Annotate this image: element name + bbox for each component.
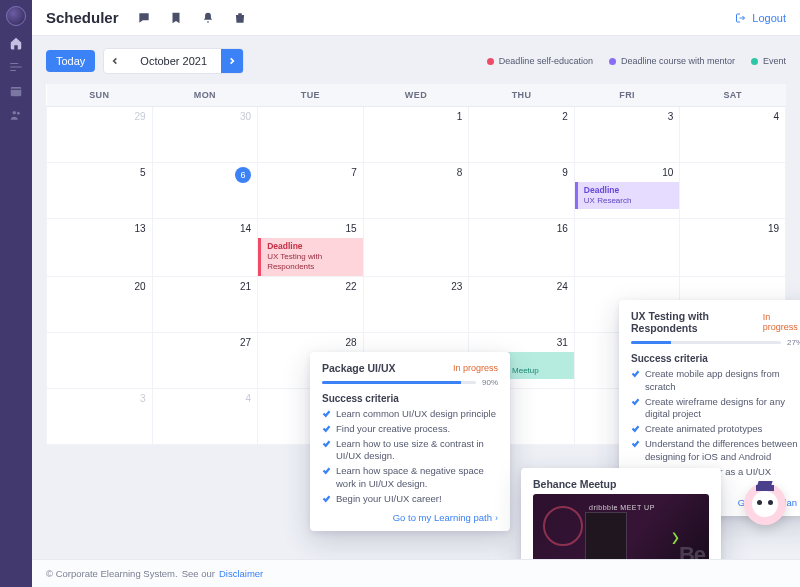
day-number: 3 (668, 111, 674, 122)
criteria-item: Create mobile app designs from scratch (631, 368, 800, 394)
calendar-dayname: TUE (258, 84, 364, 107)
calendar-cell[interactable]: 4 (680, 107, 786, 163)
legend-mentor: Deadline course with mentor (609, 56, 735, 66)
prev-month-button[interactable] (104, 49, 126, 73)
calendar-cell[interactable]: 7 (258, 163, 364, 219)
calendar-cell[interactable]: 13 (47, 219, 153, 277)
calendar-cell[interactable]: 21 (152, 276, 258, 332)
calendar-cell[interactable]: 9 (469, 163, 575, 219)
legend-self-edu: Deadline self-education (487, 56, 593, 66)
calendar-cell[interactable]: 1 (363, 107, 469, 163)
calendar-cell[interactable]: 20 (47, 276, 153, 332)
day-number: 21 (240, 281, 251, 292)
day-number: 28 (346, 337, 357, 348)
calendar-cell[interactable]: 10DeadlineUX Research (574, 163, 680, 219)
subtitle: Success criteria (322, 393, 498, 404)
calendar-cell[interactable]: 2 (469, 107, 575, 163)
bell-icon[interactable] (201, 11, 215, 25)
day-number: 2 (562, 111, 568, 122)
day-number: 10 (662, 167, 673, 178)
day-number: 23 (451, 281, 462, 292)
day-number: 3 (140, 393, 146, 404)
calendar-dayname: SAT (680, 84, 786, 107)
disclaimer-link[interactable]: Disclaimer (219, 568, 263, 579)
calendar-cell[interactable]: 29 (47, 107, 153, 163)
event-chip[interactable]: DeadlineUX Research (575, 182, 680, 209)
day-number: 24 (557, 281, 568, 292)
left-sidebar (0, 0, 32, 587)
help-mascot-button[interactable] (744, 483, 786, 525)
calendar-cell[interactable] (47, 332, 153, 388)
day-number: 31 (557, 337, 568, 348)
day-number: 27 (240, 337, 251, 348)
nav-users-icon[interactable] (9, 108, 23, 122)
criteria-item: Find your creative process. (322, 423, 498, 436)
app-logo (6, 6, 26, 26)
calendar-cell[interactable]: 15DeadlineUX Testing with Respondents (258, 219, 364, 277)
calendar-cell[interactable]: 8 (363, 163, 469, 219)
calendar-cell[interactable]: 6 (152, 163, 258, 219)
day-number: 19 (768, 223, 779, 234)
nav-home-icon[interactable] (9, 36, 23, 50)
day-number: 1 (457, 111, 463, 122)
legend-dot-teal (751, 58, 758, 65)
event-chip[interactable]: DeadlineUX Testing with Respondents (258, 238, 363, 276)
content-area: Today October 2021 Deadline self-educati… (32, 36, 800, 559)
calendar-cell[interactable] (363, 219, 469, 277)
day-number: 9 (562, 167, 568, 178)
svg-rect-0 (11, 87, 22, 96)
day-number: 4 (246, 393, 252, 404)
go-to-learning-path-link[interactable]: Go to my Learning path› (322, 512, 498, 523)
logout-button[interactable]: Logout (735, 12, 786, 24)
svg-point-2 (17, 112, 20, 115)
calendar-dayname: MON (152, 84, 258, 107)
calendar-cell[interactable]: 23 (363, 276, 469, 332)
day-number: 30 (240, 111, 251, 122)
popover-behance: Behance Meetup dribbble MEET UP › Be Go … (521, 468, 721, 559)
event-thumbnail: dribbble MEET UP › Be (533, 494, 709, 559)
popover-package: Package UI/UX In progress 90% Success cr… (310, 352, 510, 531)
status-badge: In progress (453, 363, 498, 373)
criteria-item: Create wireframe designs for any digital… (631, 396, 800, 422)
bookmark-icon[interactable] (169, 11, 183, 25)
calendar-cell[interactable]: 22 (258, 276, 364, 332)
calendar-cell[interactable] (680, 163, 786, 219)
criteria-list: Learn common UI/UX design principleFind … (322, 408, 498, 506)
calendar-cell[interactable]: 5 (47, 163, 153, 219)
day-number: 7 (351, 167, 357, 178)
day-number: 14 (240, 223, 251, 234)
calendar-cell[interactable]: 3 (47, 388, 153, 444)
calendar-cell[interactable]: 19 (680, 219, 786, 277)
nav-calendar-icon[interactable] (9, 84, 23, 98)
day-number: 8 (457, 167, 463, 178)
calendar-cell[interactable]: 30 (152, 107, 258, 163)
page-title: Scheduler (46, 9, 119, 26)
day-number: 6 (235, 167, 251, 183)
month-navigator: October 2021 (103, 48, 244, 74)
svg-point-1 (13, 111, 17, 115)
popover-title: Package UI/UX (322, 362, 396, 374)
legend: Deadline self-education Deadline course … (487, 56, 786, 66)
calendar-cell[interactable] (574, 219, 680, 277)
calendar-cell[interactable] (258, 107, 364, 163)
criteria-item: Begin your UI/UX career! (322, 493, 498, 506)
day-number: 29 (134, 111, 145, 122)
trash-icon[interactable] (233, 11, 247, 25)
popover-title: Behance Meetup (533, 478, 709, 490)
calendar-cell[interactable]: 3 (574, 107, 680, 163)
criteria-item: Learn common UI/UX design principle (322, 408, 498, 421)
legend-dot-purple (609, 58, 616, 65)
calendar-cell[interactable]: 4 (152, 388, 258, 444)
today-button[interactable]: Today (46, 50, 95, 72)
calendar-cell[interactable]: 27 (152, 332, 258, 388)
calendar-dayname: FRI (574, 84, 680, 107)
next-month-button[interactable] (221, 49, 243, 73)
chat-icon[interactable] (137, 11, 151, 25)
calendar-dayname: THU (469, 84, 575, 107)
calendar-cell[interactable]: 16 (469, 219, 575, 277)
calendar-cell[interactable]: 24 (469, 276, 575, 332)
criteria-item: Learn how space & negative space work in… (322, 465, 498, 491)
calendar-cell[interactable]: 14 (152, 219, 258, 277)
nav-sliders-icon[interactable] (9, 60, 23, 74)
day-number: 20 (134, 281, 145, 292)
